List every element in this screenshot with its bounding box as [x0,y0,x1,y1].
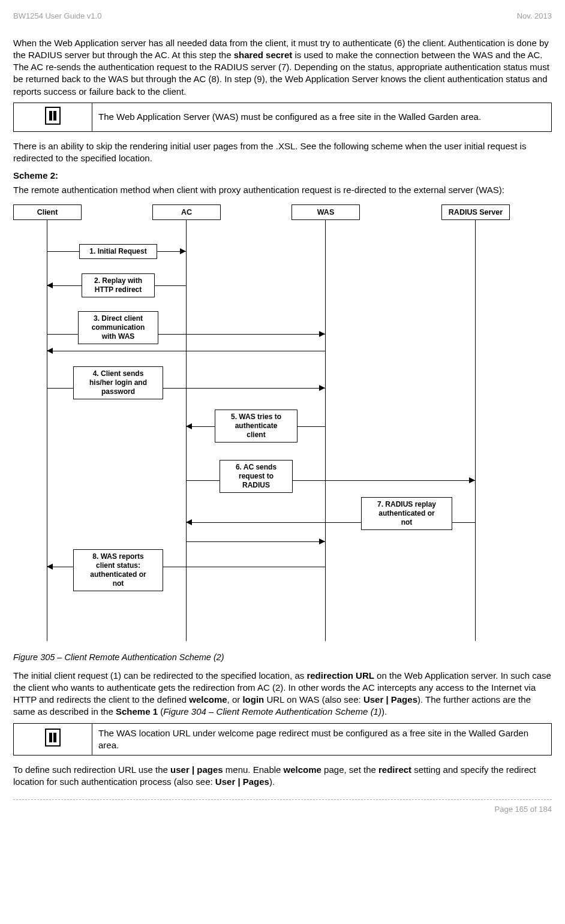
paragraph-auth-flow: When the Web Application server has all … [13,37,552,98]
lifeline-radius [475,204,476,641]
info-callout: The WAS location URL under welcome page … [13,723,552,756]
msg-text: client status: [96,561,140,570]
paragraph-skip-pages: There is an ability to skip the renderin… [13,140,552,165]
msg-text: not [113,579,124,588]
arrowhead-icon [47,282,53,288]
text-fragment: menu. Enable [223,765,284,775]
msg-text: not [401,518,413,526]
actor-was: WAS [291,204,360,220]
msg-text: communication [92,323,145,332]
figure-caption: Figure 305 – Client Remote Authenticatio… [13,652,552,664]
text-bold: shared secret [234,50,293,60]
info-icon-cell [14,723,92,756]
scheme2-heading: Scheme 2: [13,170,552,182]
text-bold: Scheme 1 [116,706,158,717]
text-bold: user | pages [170,765,223,775]
footer-separator [13,799,552,800]
msg-initial-request: 1. Initial Request [79,244,157,259]
text-bold: login [242,694,264,705]
text-bold: welcome [284,765,321,775]
info-callout: The Web Application Server (WAS) must be… [13,103,552,132]
text-bold: User | Pages [363,694,417,705]
msg-text: 8. WAS reports [92,552,143,561]
msg-http-redirect: 2. Replay with HTTP redirect [82,273,155,297]
sequence-diagram: Client AC WAS RADIUS Server 1. Initial R… [13,204,552,648]
arrowhead-icon [47,564,53,570]
doc-date: Nov. 2013 [517,11,552,22]
text-fragment: , or [227,694,243,705]
text-fragment: ). [269,776,275,787]
page-footer: Page 165 of 184 [13,804,552,815]
msg-text: 3. Direct client [94,314,143,323]
text-fragment: page, set the [321,765,378,775]
msg-text: 6. AC sends [236,463,277,471]
arrow [47,351,325,351]
info-icon-cell [14,103,92,131]
msg-text: password [101,387,135,396]
arrowhead-icon [180,248,186,254]
text-fragment: The initial client request (1) can be re… [13,670,306,681]
msg-text: 7. RADIUS replay [377,500,436,508]
msg-text: client [247,431,265,439]
text-italic: Figure 304 – Client Remote Authenticatio… [163,706,381,717]
actor-client: Client [13,204,82,220]
msg-text: authenticate [235,422,278,430]
msg-text: authenticated or [90,570,146,579]
arrowhead-icon [319,385,325,391]
lifeline-was [325,204,326,641]
info-text: The Web Application Server (WAS) must be… [92,103,552,131]
paragraph-define-url: To define such redirection URL use the u… [13,764,552,788]
text-bold: welcome [189,694,227,705]
msg-text: authenticated or [378,509,434,517]
paragraph-redirection-url: The initial client request (1) can be re… [13,670,552,718]
arrowhead-icon [186,519,192,525]
msg-was-authenticate: 5. WAS tries to authenticate client [215,410,297,443]
msg-text: 2. Replay with [94,276,142,285]
msg-text: with WAS [102,332,135,341]
text-bold: redirect [378,765,411,775]
arrow [186,541,325,542]
arrowhead-icon [469,477,475,483]
info-icon [45,729,61,747]
msg-text: his/her login and [89,378,147,387]
lifeline-client [47,204,47,641]
text-bold: redirection URL [306,670,374,681]
actor-radius: RADIUS Server [441,204,510,220]
info-text: The WAS location URL under welcome page … [92,723,552,756]
msg-text: 1. Initial Request [89,247,146,255]
arrowhead-icon [186,423,192,429]
actor-ac: AC [152,204,221,220]
msg-was-reports: 8. WAS reports client status: authentica… [73,549,163,591]
msg-text: 5. WAS tries to [231,413,281,421]
msg-text: RADIUS [242,481,270,489]
msg-text: 4. Client sends [93,369,144,378]
lifeline-ac [186,204,187,641]
text-fragment: ). [381,706,387,717]
msg-ac-to-radius: 6. AC sends request to RADIUS [220,460,293,493]
arrowhead-icon [47,348,53,354]
text-fragment: ( [158,706,163,717]
text-fragment: URL on WAS (also see: [264,694,363,705]
text-fragment: To define such redirection URL use the [13,765,170,775]
text-bold: User | Pages [215,776,269,787]
msg-login-password: 4. Client sends his/her login and passwo… [73,366,163,399]
doc-title: BW1254 User Guide v1.0 [13,11,101,22]
paragraph-scheme2-desc: The remote authentication method when cl… [13,184,552,196]
msg-text: request to [239,472,274,480]
info-icon [45,107,61,125]
msg-radius-reply: 7. RADIUS replay authenticated or not [361,497,452,530]
msg-direct-comm: 3. Direct client communication with WAS [78,311,158,344]
arrowhead-icon [319,331,325,337]
page-header: BW1254 User Guide v1.0 Nov. 2013 [13,11,552,22]
msg-text: HTTP redirect [95,285,142,294]
arrowhead-icon [319,538,325,544]
